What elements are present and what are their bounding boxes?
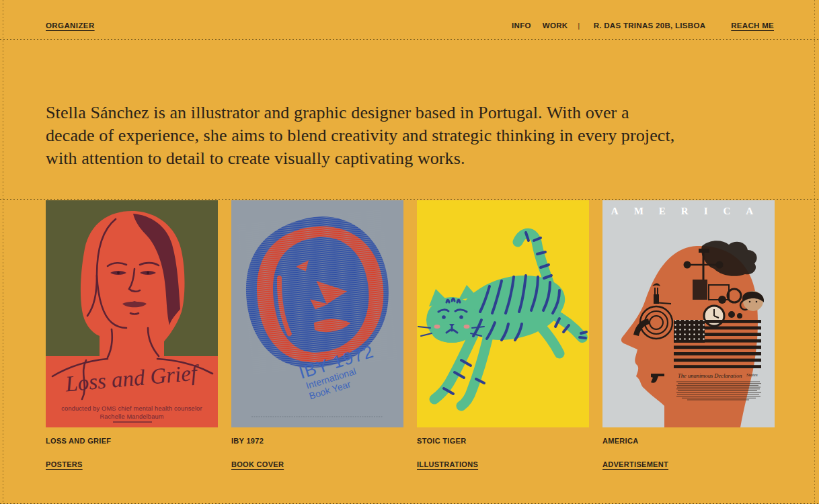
intro-text: Stella Sánchez is an illustrator and gra… bbox=[46, 101, 785, 170]
project-card-iby-1972: IBY 1972 International Book Year IBY 197… bbox=[231, 200, 403, 470]
project-thumbnail-america[interactable]: AMERICA bbox=[602, 200, 775, 427]
project-title: AMERICA bbox=[602, 437, 775, 446]
poster-caption-line1: conducted by OMS chief mental health cou… bbox=[61, 405, 202, 412]
brand-link[interactable]: ORGANIZER bbox=[46, 22, 95, 30]
project-title: STOIC TIGER bbox=[417, 437, 589, 446]
declaration-heading-text: The unanimous Declaration bbox=[678, 372, 742, 379]
section-divider-line bbox=[0, 199, 819, 200]
nav-info[interactable]: INFO bbox=[512, 22, 531, 30]
america-artwork: AMERICA bbox=[602, 200, 775, 427]
project-thumbnail-iby-1972[interactable]: IBY 1972 International Book Year bbox=[231, 200, 403, 427]
project-card-america: AMERICA bbox=[602, 200, 775, 470]
project-card-loss-and-grief: Loss and Grief conducted by OMS chief me… bbox=[46, 200, 218, 470]
project-category-link[interactable]: ILLUSTRATIONS bbox=[417, 460, 478, 469]
project-category-link[interactable]: POSTERS bbox=[46, 460, 83, 469]
projects-grid: Loss and Grief conducted by OMS chief me… bbox=[46, 200, 775, 470]
declaration-states-text: States bbox=[746, 372, 758, 378]
project-title: LOSS AND GRIEF bbox=[46, 437, 218, 446]
right-dashed-border bbox=[814, 0, 815, 504]
stoic-tiger-artwork bbox=[417, 200, 589, 427]
left-dashed-border bbox=[3, 0, 3, 504]
iby-1972-artwork: IBY 1972 International Book Year bbox=[231, 200, 403, 427]
poster-caption-line2: Rachelle Mandelbaum bbox=[100, 413, 163, 420]
nav-work[interactable]: WORK bbox=[543, 22, 568, 30]
header-nav: INFO WORK | R. DAS TRINAS 20B, LISBOA RE… bbox=[512, 22, 774, 30]
project-card-stoic-tiger: STOIC TIGER ILLUSTRATIONS bbox=[417, 200, 589, 470]
project-category-link[interactable]: BOOK COVER bbox=[231, 460, 284, 469]
address-text: R. DAS TRINAS 20B, LISBOA bbox=[594, 22, 706, 30]
loss-and-grief-artwork: Loss and Grief conducted by OMS chief me… bbox=[46, 200, 218, 427]
project-title: IBY 1972 bbox=[231, 437, 403, 446]
header: ORGANIZER INFO WORK | R. DAS TRINAS 20B,… bbox=[0, 0, 819, 39]
project-thumbnail-loss-and-grief[interactable]: Loss and Grief conducted by OMS chief me… bbox=[46, 200, 218, 427]
nav-divider: | bbox=[578, 22, 580, 30]
reach-me-link[interactable]: REACH ME bbox=[731, 22, 774, 30]
header-divider-line bbox=[0, 39, 819, 40]
project-category-link[interactable]: ADVERTISEMENT bbox=[602, 460, 668, 469]
america-title-text: AMERICA bbox=[611, 206, 769, 216]
project-thumbnail-stoic-tiger[interactable] bbox=[417, 200, 589, 427]
